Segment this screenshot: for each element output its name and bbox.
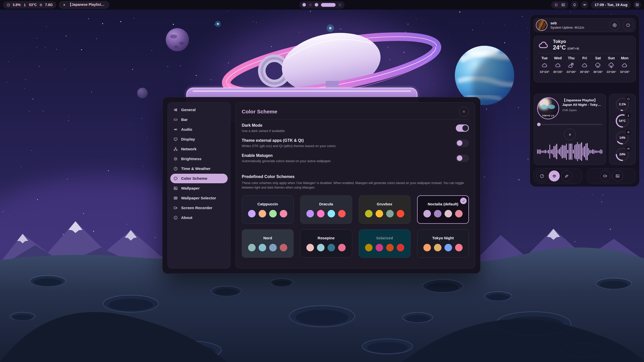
close-button[interactable] [459,107,469,117]
gear-icon [612,23,617,28]
screen-recorder-button[interactable] [600,170,611,182]
media-player-card: TOKYO LO 【Japanese Playlist】 Japan All N… [534,94,606,165]
notifications-button[interactable] [571,1,578,9]
sidebar-item-screen-recorder[interactable]: Screen Recorder [170,203,228,213]
thermometer-icon [627,114,630,117]
play-pause-button[interactable] [564,129,576,140]
chip-icon [39,3,43,7]
cloud-icon [621,62,628,69]
predefined-desc: These color schemes only apply when 'Use… [242,181,469,190]
sidebar-item-bar[interactable]: Bar [170,115,228,124]
sidebar-item-color-scheme[interactable]: Color Scheme [170,174,228,183]
forecast-day-tue: Tue33°/24° [538,56,551,73]
theme-external-apps-gtk-qt-toggle[interactable] [456,140,469,147]
profile-balanced-button[interactable] [549,170,560,182]
scheme-card-dracula[interactable]: Dracula [300,195,352,224]
seek-bar[interactable] [537,123,602,126]
bell-icon [573,3,577,7]
scheme-card-rosepine[interactable]: Rosepine [300,229,352,258]
thermometer-icon [626,113,631,118]
forecast-day-sun: Sun33°/26° [605,56,618,73]
sidebar-item-brightness[interactable]: Brightness [170,154,228,164]
speaker-icon [173,127,178,132]
scheme-name: Rosepine [318,236,335,240]
setting-row-enable-matugen: Enable MatugenAutomatically generate col… [242,151,469,166]
workspace-dot-5[interactable] [338,3,342,7]
scheme-card-nord[interactable]: Nord [242,229,294,258]
images-icon [173,196,178,200]
scheme-card-solarized[interactable]: Solarized [359,229,411,258]
pause-icon [63,3,66,7]
sidebar-item-wallpaper[interactable]: Wallpaper [170,184,228,193]
storm-icon [605,62,618,69]
color-swatch [259,210,266,217]
forecast-day-sat: Sat36°/26° [591,56,605,73]
gauge-icon [7,3,10,7]
media-pill-label: 【Japanese Playlist】 J... [68,3,105,7]
scheme-name: Dracula [319,202,333,206]
rain-icon [591,62,605,69]
day-name: Fri [578,56,591,60]
workspace-dot-3[interactable] [315,3,318,7]
scheme-grid: CatppuccinDraculaGruvboxNoctalia (defaul… [242,195,469,258]
sidebar-item-label: Wallpaper [181,186,200,191]
forecast-row: Tue33°/24°Wed35°/25°Thu33°/26°Fri35°/26°… [538,56,631,73]
color-swatch [434,244,441,251]
launcher-button[interactable] [633,1,641,9]
scheme-card-noctalia-default[interactable]: Noctalia (default) [417,195,469,224]
profile-power-saver-button[interactable] [561,170,572,182]
scheme-card-catppuccin[interactable]: Catppuccin [242,195,294,224]
album-art: TOKYO LO [537,97,559,119]
sidebar-item-network[interactable]: Network [170,144,228,154]
system-stats-pill[interactable]: 3.8% 53°C 7.8G [3,1,56,9]
album-art-text: TOKYO LO [542,114,554,117]
volume-button[interactable] [581,1,588,9]
color-swatch [455,244,463,251]
day-temps: 33°/24° [538,70,551,73]
sidebar-item-wallpaper-selector[interactable]: Wallpaper Selector [170,193,228,203]
image-icon [561,3,565,7]
sidebar-item-audio[interactable]: Audio [170,125,228,134]
color-swatch [386,210,394,217]
tray-cat-icon[interactable] [554,3,558,7]
header-divider [242,119,469,119]
settings-button[interactable] [609,20,620,30]
sidebar-item-time-weather[interactable]: Time & Weather [170,164,228,173]
power-icon [626,23,631,28]
username: seb [550,21,584,25]
storm-icon [608,62,615,69]
workspace-dot-1[interactable] [302,3,306,7]
color-swatch [338,244,346,251]
enable-matugen-toggle[interactable] [456,155,469,162]
info-icon [173,215,178,220]
seek-knob[interactable] [537,123,541,126]
sidebar-item-general[interactable]: General [170,105,228,115]
workspace-dot-4[interactable] [321,3,336,7]
sidebar-item-about[interactable]: About [170,213,228,222]
tray-image-icon[interactable] [561,3,565,7]
clock[interactable]: 17:09 - Tue, 19 Aug [591,1,631,9]
setting-description: Use a dark variant if available. [242,129,286,133]
color-swatch [317,210,325,217]
media-pill[interactable]: 【Japanese Playlist】 J... [59,1,109,9]
scheme-card-gruvbox[interactable]: Gruvbox [359,195,411,224]
profile-performance-button[interactable] [536,170,547,182]
sun-cloud-icon [565,62,578,69]
palette-icon [173,176,178,181]
gauge-icon [627,98,630,101]
workspace-dot-2[interactable] [309,3,312,7]
scheme-card-tokyo-night[interactable]: Tokyo Night [417,229,469,258]
power-button[interactable] [623,20,633,30]
sidebar-item-label: Time & Weather [181,166,211,171]
wallpaper-button[interactable] [612,170,623,182]
sidebar-item-label: Audio [181,127,192,132]
setting-description: Automatically generate colors based on y… [242,159,331,163]
weather-timezone: (GMT+9) [567,47,579,50]
scheme-name: Noctalia (default) [428,202,458,206]
leaf-icon [564,174,569,178]
info-icon [173,215,178,220]
sidebar-item-display[interactable]: Display [170,134,228,144]
cloud-icon [555,62,561,69]
color-swatch [386,244,394,251]
dark-mode-toggle[interactable] [456,124,469,132]
